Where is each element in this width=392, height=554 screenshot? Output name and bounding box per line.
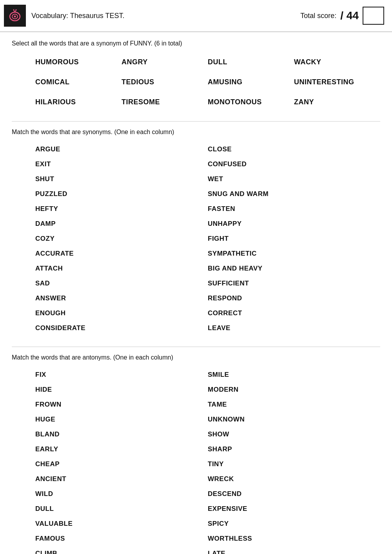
svg-point-2 bbox=[14, 16, 16, 18]
antonym-word-left[interactable]: BLAND bbox=[35, 427, 208, 442]
section3-left-col: FIXHIDEFROWNHUGEBLANDEARLYCHEAPANCIENTWI… bbox=[35, 367, 208, 554]
section3-instruction: Match the words that are antonyms. (One … bbox=[12, 354, 380, 361]
antonym-word-right[interactable]: WRECK bbox=[208, 472, 380, 487]
antonym-word-right[interactable]: MODERN bbox=[208, 382, 380, 397]
antonym-word-left[interactable]: DULL bbox=[35, 501, 208, 516]
word-option[interactable]: DULL bbox=[208, 54, 294, 70]
antonym-word-left[interactable]: ANCIENT bbox=[35, 472, 208, 487]
match-word-right[interactable]: RESPOND bbox=[208, 291, 380, 306]
match-word-left[interactable]: PUZZLED bbox=[35, 187, 208, 202]
match-word-left[interactable]: ARGUE bbox=[35, 142, 208, 157]
word-option[interactable]: AMUSING bbox=[208, 74, 294, 90]
header-title: Vocabulary: Thesaurus TEST. bbox=[31, 12, 124, 20]
header-right: Total score: / 44 bbox=[300, 7, 384, 25]
header: Vocabulary: Thesaurus TEST. Total score:… bbox=[0, 0, 392, 32]
antonym-word-left[interactable]: CLIMB bbox=[35, 546, 208, 554]
antonym-word-left[interactable]: EARLY bbox=[35, 442, 208, 457]
antonym-word-right[interactable]: DESCEND bbox=[208, 487, 380, 501]
header-left: Vocabulary: Thesaurus TEST. bbox=[4, 5, 124, 27]
match-word-left[interactable]: ANSWER bbox=[35, 291, 208, 306]
svg-point-6 bbox=[16, 9, 17, 11]
antonym-word-right[interactable]: UNKNOWN bbox=[208, 412, 380, 427]
svg-point-5 bbox=[13, 9, 15, 11]
match-word-left[interactable]: EXIT bbox=[35, 157, 208, 172]
match-word-left[interactable]: ACCURATE bbox=[35, 246, 208, 261]
match-word-left[interactable]: ATTACH bbox=[35, 261, 208, 276]
match-word-left[interactable]: SAD bbox=[35, 276, 208, 291]
match-word-right[interactable]: FASTEN bbox=[208, 202, 380, 216]
word-option[interactable]: ANGRY bbox=[122, 54, 208, 70]
score-value: / 44 bbox=[340, 9, 359, 22]
antonym-word-left[interactable]: HIDE bbox=[35, 382, 208, 397]
word-option[interactable]: UNINTERESTING bbox=[294, 74, 380, 90]
section3-match-container: FIXHIDEFROWNHUGEBLANDEARLYCHEAPANCIENTWI… bbox=[12, 367, 380, 554]
section1-instruction: Select all the words that are a synonym … bbox=[12, 40, 380, 47]
match-word-left[interactable]: ENOUGH bbox=[35, 306, 208, 321]
antonym-word-left[interactable]: FAMOUS bbox=[35, 531, 208, 546]
match-word-right[interactable]: WET bbox=[208, 172, 380, 187]
antonym-word-left[interactable]: FROWN bbox=[35, 397, 208, 412]
antonym-word-right[interactable]: SHOW bbox=[208, 427, 380, 442]
antonym-word-left[interactable]: HUGE bbox=[35, 412, 208, 427]
antonym-word-left[interactable]: WILD bbox=[35, 487, 208, 501]
match-word-right[interactable]: UNHAPPY bbox=[208, 216, 380, 231]
match-word-left[interactable]: DAMP bbox=[35, 216, 208, 231]
antonym-word-left[interactable]: FIX bbox=[35, 367, 208, 382]
match-word-left[interactable]: HEFTY bbox=[35, 202, 208, 216]
antonym-word-right[interactable]: TAME bbox=[208, 397, 380, 412]
antonym-word-right[interactable]: TINY bbox=[208, 457, 380, 472]
word-option[interactable]: MONOTONOUS bbox=[208, 94, 294, 110]
section2-right-col: CLOSECONFUSEDWETSNUG AND WARMFASTENUNHAP… bbox=[208, 142, 380, 336]
antonym-word-right[interactable]: SHARP bbox=[208, 442, 380, 457]
antonym-word-left[interactable]: VALUABLE bbox=[35, 516, 208, 531]
section2-instruction: Match the words that are synonyms. (One … bbox=[12, 129, 380, 136]
word-option[interactable]: WACKY bbox=[294, 54, 380, 70]
match-word-right[interactable]: CORRECT bbox=[208, 306, 380, 321]
main-content: Select all the words that are a synonym … bbox=[0, 32, 392, 554]
word-option[interactable]: TIRESOME bbox=[122, 94, 208, 110]
match-word-right[interactable]: CONFUSED bbox=[208, 157, 380, 172]
match-word-right[interactable]: SNUG AND WARM bbox=[208, 187, 380, 202]
word-option[interactable]: COMICAL bbox=[35, 74, 122, 90]
word-option[interactable]: HILARIOUS bbox=[35, 94, 122, 110]
section2-left-col: ARGUEEXITSHUTPUZZLEDHEFTYDAMPCOZYACCURAT… bbox=[35, 142, 208, 336]
total-score-label: Total score: bbox=[300, 12, 336, 20]
match-word-right[interactable]: BIG AND HEAVY bbox=[208, 261, 380, 276]
match-word-right[interactable]: SYMPATHETIC bbox=[208, 246, 380, 261]
match-word-right[interactable]: FIGHT bbox=[208, 231, 380, 246]
section1-word-grid: HUMOROUSANGRYDULLWACKYCOMICALTEDIOUSAMUS… bbox=[12, 54, 380, 110]
logo-icon bbox=[7, 8, 23, 24]
score-input-box[interactable] bbox=[363, 7, 384, 25]
antonym-word-left[interactable]: CHEAP bbox=[35, 457, 208, 472]
antonym-word-right[interactable]: EXPENSIVE bbox=[208, 501, 380, 516]
section2-match-container: ARGUEEXITSHUTPUZZLEDHEFTYDAMPCOZYACCURAT… bbox=[12, 142, 380, 336]
match-word-right[interactable]: LEAVE bbox=[208, 321, 380, 336]
match-word-left[interactable]: SHUT bbox=[35, 172, 208, 187]
antonym-word-right[interactable]: SMILE bbox=[208, 367, 380, 382]
word-option[interactable]: HUMOROUS bbox=[35, 54, 122, 70]
match-word-right[interactable]: SUFFICIENT bbox=[208, 276, 380, 291]
match-word-left[interactable]: COZY bbox=[35, 231, 208, 246]
match-word-right[interactable]: CLOSE bbox=[208, 142, 380, 157]
match-word-left[interactable]: CONSIDERATE bbox=[35, 321, 208, 336]
antonym-word-right[interactable]: SPICY bbox=[208, 516, 380, 531]
antonym-word-right[interactable]: LATE bbox=[208, 546, 380, 554]
word-option[interactable]: ZANY bbox=[294, 94, 380, 110]
word-option[interactable]: TEDIOUS bbox=[122, 74, 208, 90]
logo-box bbox=[4, 5, 26, 27]
section3-right-col: SMILEMODERNTAMEUNKNOWNSHOWSHARPTINYWRECK… bbox=[208, 367, 380, 554]
antonym-word-right[interactable]: WORTHLESS bbox=[208, 531, 380, 546]
